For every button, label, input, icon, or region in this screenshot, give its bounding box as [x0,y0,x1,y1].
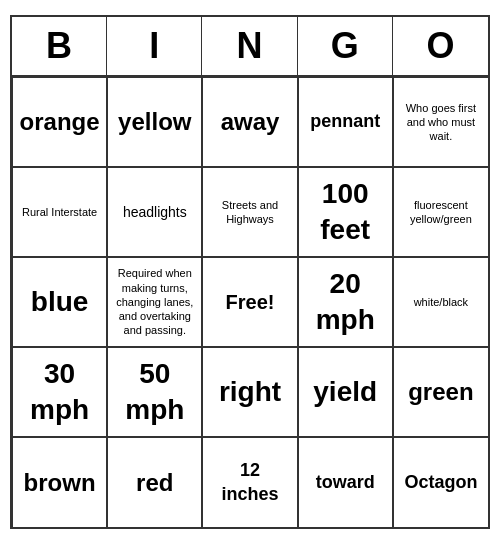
cell-text-5: Rural Interstate [22,205,97,219]
cell-text-20: brown [24,467,96,498]
bingo-cell-17: right [202,347,297,437]
cell-text-10: blue [31,284,89,320]
bingo-cell-16: 50 mph [107,347,202,437]
letter-n: N [202,17,297,75]
bingo-cell-15: 30 mph [12,347,107,437]
bingo-cell-5: Rural Interstate [12,167,107,257]
bingo-cell-7: Streets and Highways [202,167,297,257]
bingo-cell-11: Required when making turns, changing lan… [107,257,202,347]
cell-text-12: Free! [226,289,275,315]
letter-i: I [107,17,202,75]
letter-b: B [12,17,107,75]
bingo-cell-24: Octagon [393,437,488,527]
cell-text-6: headlights [123,203,187,221]
cell-text-2: away [221,106,280,137]
cell-text-23: toward [316,471,375,494]
cell-text-11: Required when making turns, changing lan… [114,266,195,337]
cell-text-0: orange [20,106,100,137]
bingo-cell-2: away [202,77,297,167]
bingo-cell-12: Free! [202,257,297,347]
cell-text-24: Octagon [404,471,477,494]
bingo-cell-4: Who goes first and who must wait. [393,77,488,167]
bingo-cell-1: yellow [107,77,202,167]
cell-text-8: 100 feet [305,176,386,249]
bingo-cell-19: green [393,347,488,437]
letter-o: O [393,17,488,75]
bingo-card: B I N G O orangeyellowawaypennantWho goe… [10,15,490,529]
bingo-cell-3: pennant [298,77,393,167]
cell-text-1: yellow [118,106,191,137]
bingo-cell-10: blue [12,257,107,347]
bingo-cell-8: 100 feet [298,167,393,257]
cell-text-21: red [136,467,173,498]
cell-text-14: white/black [414,295,468,309]
bingo-cell-6: headlights [107,167,202,257]
bingo-header: B I N G O [12,17,488,77]
cell-text-19: green [408,376,473,407]
bingo-cell-9: fluorescent yellow/green [393,167,488,257]
bingo-cell-23: toward [298,437,393,527]
cell-text-17: right [219,374,281,410]
bingo-grid: orangeyellowawaypennantWho goes first an… [12,77,488,527]
bingo-cell-22: 12 inches [202,437,297,527]
cell-text-22: 12 inches [209,459,290,506]
cell-text-3: pennant [310,110,380,133]
cell-text-4: Who goes first and who must wait. [400,101,482,144]
bingo-cell-18: yield [298,347,393,437]
bingo-cell-0: orange [12,77,107,167]
bingo-cell-13: 20 mph [298,257,393,347]
cell-text-15: 30 mph [19,356,100,429]
cell-text-9: fluorescent yellow/green [400,198,482,227]
bingo-cell-20: brown [12,437,107,527]
bingo-cell-21: red [107,437,202,527]
cell-text-18: yield [313,374,377,410]
bingo-cell-14: white/black [393,257,488,347]
cell-text-16: 50 mph [114,356,195,429]
cell-text-7: Streets and Highways [209,198,290,227]
letter-g: G [298,17,393,75]
cell-text-13: 20 mph [305,266,386,339]
